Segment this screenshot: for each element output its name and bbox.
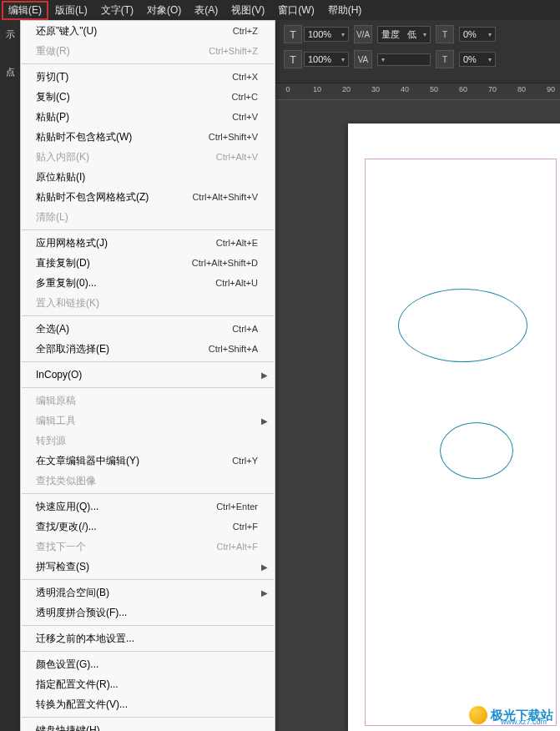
menu-item-36[interactable]: 迁移之前的本地设置... bbox=[21, 628, 275, 648]
ruler-tick-80: 80 bbox=[517, 85, 526, 93]
menu-item-38[interactable]: 颜色设置(G)... bbox=[21, 654, 275, 674]
menu-item-25[interactable]: 在文章编辑器中编辑(Y)Ctrl+Y bbox=[21, 451, 275, 471]
menu-item-label: 透明度拼合预设(F)... bbox=[36, 606, 258, 620]
document-page[interactable] bbox=[348, 124, 560, 731]
menu-item-label: 查找/更改(/)... bbox=[36, 520, 233, 534]
menu-item-label: 贴入内部(K) bbox=[36, 150, 216, 164]
menu-separator bbox=[22, 651, 274, 652]
menu-item-shortcut: Ctrl+Alt+F bbox=[216, 542, 258, 552]
menu-item-3[interactable]: 剪切(T)Ctrl+X bbox=[21, 67, 275, 87]
scale-h-value: 100% bbox=[308, 54, 331, 64]
text-scale-h-icon[interactable]: T bbox=[284, 50, 302, 68]
submenu-arrow-icon: ▶ bbox=[261, 562, 268, 572]
menu-item-12[interactable]: 应用网格格式(J)Ctrl+Alt+E bbox=[21, 233, 275, 253]
menubar-item-layout[interactable]: 版面(L) bbox=[48, 1, 94, 20]
menu-item-13[interactable]: 直接复制(D)Ctrl+Alt+Shift+D bbox=[21, 253, 275, 273]
zero-field-2[interactable]: 0%▾ bbox=[459, 52, 496, 67]
menu-item-shortcut: Ctrl+F bbox=[233, 522, 258, 532]
menu-item-0[interactable]: 还原"键入"(U)Ctrl+Z bbox=[21, 21, 275, 41]
menu-item-label: 复制(C) bbox=[36, 90, 232, 104]
menu-item-1: 重做(R)Ctrl+Shift+Z bbox=[21, 41, 275, 61]
metric-field[interactable]: 量度 低 ▾ bbox=[377, 26, 431, 43]
menubar-item-help[interactable]: 帮助(H) bbox=[321, 1, 369, 20]
ruler-tick-20: 20 bbox=[342, 85, 351, 93]
menu-item-34[interactable]: 透明度拼合预设(F)... bbox=[21, 602, 275, 623]
menu-item-label: 颜色设置(G)... bbox=[36, 658, 258, 672]
menu-item-14[interactable]: 多重复制(0)...Ctrl+Alt+U bbox=[21, 273, 275, 293]
menu-item-33[interactable]: 透明混合空间(B)▶ bbox=[21, 582, 275, 602]
menu-separator bbox=[22, 361, 274, 362]
scale-v-field[interactable]: 100%▾ bbox=[304, 27, 349, 42]
va-icon[interactable]: V/A bbox=[354, 25, 372, 43]
menubar-item-window[interactable]: 窗口(W) bbox=[271, 1, 320, 20]
menu-item-31[interactable]: 拼写检查(S)▶ bbox=[21, 557, 275, 577]
menu-item-label: 全选(A) bbox=[36, 322, 232, 336]
menu-separator bbox=[22, 63, 274, 64]
menubar-item-type[interactable]: 文字(T) bbox=[94, 1, 140, 20]
ellipse-shape-1[interactable] bbox=[398, 289, 527, 362]
menu-item-shortcut: Ctrl+Alt+Shift+D bbox=[192, 258, 258, 268]
menu-item-label: 清除(L) bbox=[36, 210, 258, 224]
menu-separator bbox=[22, 493, 274, 494]
menu-item-shortcut: Ctrl+Alt+E bbox=[216, 238, 258, 248]
scale-h-field[interactable]: 100%▾ bbox=[304, 52, 349, 67]
menubar-item-edit[interactable]: 编辑(E) bbox=[2, 1, 48, 20]
menu-item-label: 粘贴(P) bbox=[36, 110, 232, 124]
menu-separator bbox=[22, 315, 274, 316]
menu-item-39[interactable]: 指定配置文件(R)... bbox=[21, 674, 275, 694]
menu-item-5[interactable]: 粘贴(P)Ctrl+V bbox=[21, 107, 275, 127]
menu-item-shortcut: Ctrl+Shift+V bbox=[209, 132, 258, 142]
menu-item-label: 编辑工具 bbox=[36, 414, 258, 428]
menu-item-shortcut: Ctrl+Z bbox=[233, 26, 258, 36]
menu-item-40[interactable]: 转换为配置文件(V)... bbox=[21, 694, 275, 714]
zero-field-1[interactable]: 0%▾ bbox=[459, 27, 496, 42]
side-panel-stub: 示 点 bbox=[0, 20, 20, 731]
ruler-tick-40: 40 bbox=[401, 85, 409, 93]
menubar-item-object[interactable]: 对象(O) bbox=[140, 1, 188, 20]
menu-item-label: 转换为配置文件(V)... bbox=[36, 698, 258, 712]
ruler-tick-70: 70 bbox=[488, 85, 497, 93]
menu-item-20[interactable]: InCopy(O)▶ bbox=[21, 365, 275, 385]
menu-item-18[interactable]: 全部取消选择(E)Ctrl+Shift+A bbox=[21, 339, 275, 359]
ellipse-shape-2[interactable] bbox=[440, 422, 513, 479]
menu-item-label: 指定配置文件(R)... bbox=[36, 678, 258, 692]
menu-item-4[interactable]: 复制(C)Ctrl+C bbox=[21, 87, 275, 107]
va-icon-2[interactable]: VA bbox=[354, 50, 372, 68]
shear-icon[interactable]: T bbox=[436, 50, 454, 68]
menu-item-28[interactable]: 快速应用(Q)...Ctrl+Enter bbox=[21, 497, 275, 517]
ruler-tick-30: 30 bbox=[371, 85, 380, 93]
menu-item-9[interactable]: 粘贴时不包含网格格式(Z)Ctrl+Alt+Shift+V bbox=[21, 187, 275, 207]
menubar-item-table[interactable]: 表(A) bbox=[188, 1, 225, 20]
menu-item-8[interactable]: 原位粘贴(I) bbox=[21, 167, 275, 187]
menu-item-29[interactable]: 查找/更改(/)...Ctrl+F bbox=[21, 517, 275, 537]
zero-value-2: 0% bbox=[463, 54, 477, 64]
zero-value-1: 0% bbox=[463, 29, 477, 39]
menu-item-label: 还原"键入"(U) bbox=[36, 24, 233, 38]
menu-item-22: 编辑原稿 bbox=[21, 391, 275, 411]
menu-item-label: InCopy(O) bbox=[36, 369, 258, 381]
menu-item-shortcut: Ctrl+Y bbox=[232, 456, 258, 466]
baseline-icon[interactable]: T bbox=[436, 25, 454, 43]
menu-item-6[interactable]: 粘贴时不包含格式(W)Ctrl+Shift+V bbox=[21, 127, 275, 147]
menu-item-label: 查找类似图像 bbox=[36, 474, 258, 488]
menu-item-17[interactable]: 全选(A)Ctrl+A bbox=[21, 319, 275, 339]
menu-separator bbox=[22, 625, 274, 626]
menubar-item-view[interactable]: 视图(V) bbox=[225, 1, 271, 20]
menu-item-label: 快速应用(Q)... bbox=[36, 500, 216, 514]
ruler-tick-10: 10 bbox=[313, 85, 321, 93]
submenu-arrow-icon: ▶ bbox=[261, 416, 268, 426]
side-label-2: 点 bbox=[0, 66, 20, 78]
scale-v-value: 100% bbox=[308, 29, 331, 39]
edit-menu-dropdown: 还原"键入"(U)Ctrl+Z重做(R)Ctrl+Shift+Z剪切(T)Ctr… bbox=[20, 20, 275, 731]
text-scale-v-icon[interactable]: T bbox=[284, 25, 302, 43]
menu-item-label: 直接复制(D) bbox=[36, 256, 192, 270]
menu-item-42[interactable]: 键盘快捷键(H)... bbox=[21, 720, 275, 731]
menu-separator bbox=[22, 229, 274, 230]
menu-item-label: 透明混合空间(B) bbox=[36, 586, 258, 600]
tracking-field[interactable]: ▾ bbox=[377, 53, 431, 66]
menu-item-7: 贴入内部(K)Ctrl+Alt+V bbox=[21, 147, 275, 167]
ruler-tick-50: 50 bbox=[430, 85, 438, 93]
menu-item-shortcut: Ctrl+V bbox=[232, 112, 258, 122]
menu-item-label: 全部取消选择(E) bbox=[36, 342, 209, 356]
menu-item-shortcut: Ctrl+Shift+A bbox=[209, 344, 258, 354]
